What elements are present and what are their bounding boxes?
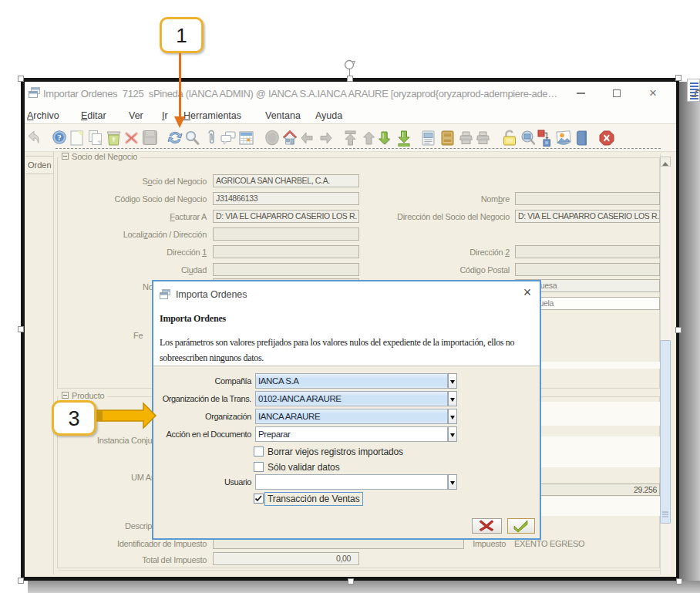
svg-text:?: ? bbox=[57, 133, 62, 142]
